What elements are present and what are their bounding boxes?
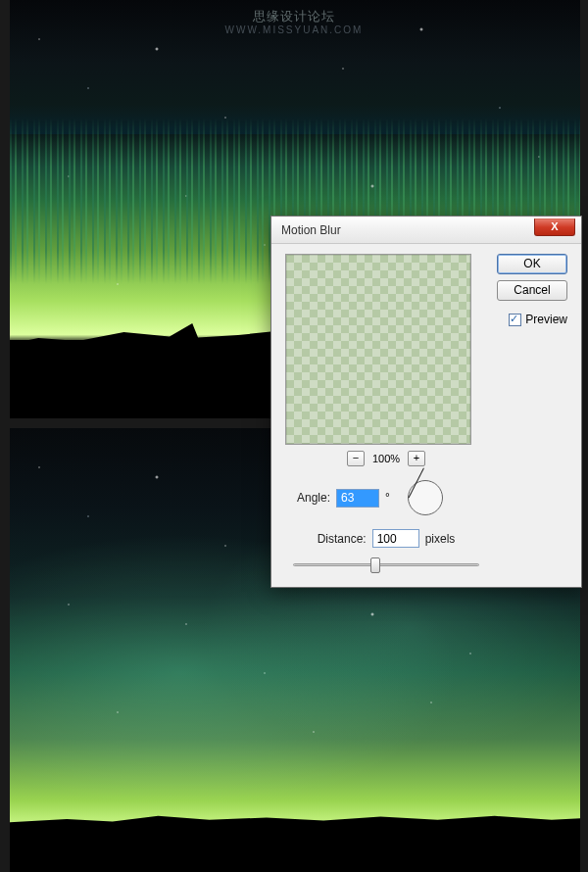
zoom-out-button[interactable]: − xyxy=(347,451,365,466)
angle-label: Angle: xyxy=(297,491,330,505)
dialog-right-column: OK Cancel Preview xyxy=(497,254,567,573)
preview-thumbnail[interactable] xyxy=(285,254,471,445)
distance-row: Distance: pixels xyxy=(285,529,487,548)
angle-row: Angle: ° xyxy=(297,480,487,515)
angle-input[interactable] xyxy=(336,489,379,508)
motion-blur-dialog: Motion Blur X − 100% + Angle: ° Distance… xyxy=(270,216,582,588)
dialog-body: − 100% + Angle: ° Distance: pixels OK xyxy=(271,244,581,587)
distance-unit: pixels xyxy=(425,532,456,546)
cancel-button[interactable]: Cancel xyxy=(497,280,567,301)
preview-checkbox-label: Preview xyxy=(525,313,567,326)
preview-checkbox-row[interactable]: Preview xyxy=(497,313,567,326)
distance-label: Distance: xyxy=(318,532,367,546)
slider-track xyxy=(293,563,479,566)
angle-degree: ° xyxy=(385,491,390,505)
zoom-row: − 100% + xyxy=(285,451,487,466)
distance-slider[interactable] xyxy=(285,556,487,573)
silhouette-bottom xyxy=(10,823,580,872)
dialog-titlebar[interactable]: Motion Blur X xyxy=(271,217,581,244)
zoom-value: 100% xyxy=(372,453,400,464)
dialog-title: Motion Blur xyxy=(281,223,341,237)
zoom-in-button[interactable]: + xyxy=(408,451,425,466)
preview-checkbox[interactable] xyxy=(509,314,521,326)
distance-input[interactable] xyxy=(372,529,419,548)
dialog-left-column: − 100% + Angle: ° Distance: pixels xyxy=(285,254,487,573)
angle-dial[interactable] xyxy=(408,480,443,515)
ok-button[interactable]: OK xyxy=(497,254,567,274)
close-button[interactable]: X xyxy=(534,218,575,236)
slider-thumb[interactable] xyxy=(370,557,380,573)
